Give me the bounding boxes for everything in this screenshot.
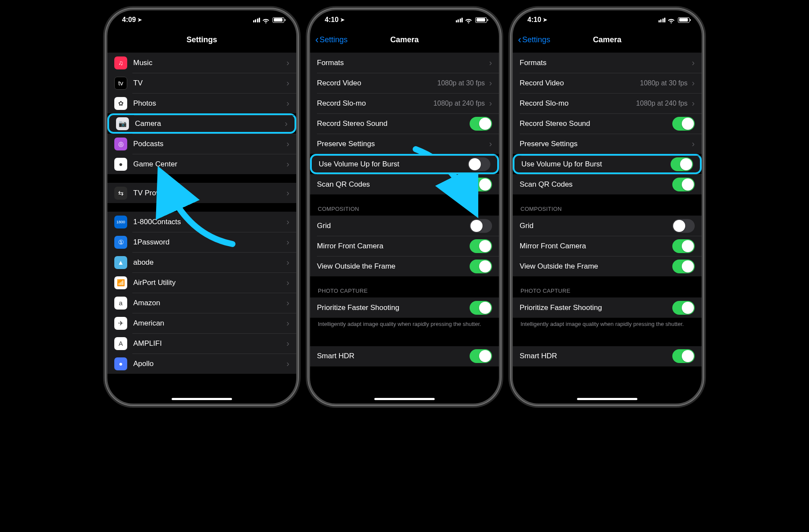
toggle-volburst[interactable] — [468, 157, 490, 171]
row-list: GridMirror Front CameraView Outside the … — [513, 216, 702, 276]
row-preserve[interactable]: Preserve Settings› — [310, 134, 499, 154]
row-music[interactable]: ♫Music› — [107, 53, 296, 73]
toggle-volburst[interactable] — [671, 157, 693, 171]
row-photos[interactable]: ✿Photos› — [107, 93, 296, 113]
toggle-mirror[interactable] — [672, 239, 695, 253]
row-label: Amazon — [133, 299, 286, 307]
row-mirror[interactable]: Mirror Front Camera — [310, 236, 499, 256]
row-list: Prioritize Faster Shooting — [513, 297, 702, 318]
row-label: Smart HDR — [317, 352, 470, 360]
settings-group: COMPOSITIONGridMirror Front CameraView O… — [310, 203, 499, 276]
row-camera[interactable]: 📷Camera› — [107, 113, 296, 134]
toggle-smarthdr[interactable] — [470, 349, 492, 363]
row-mirror[interactable]: Mirror Front Camera — [513, 236, 702, 256]
row-1password[interactable]: ①1Password› — [107, 232, 296, 252]
chevron-right-icon: › — [286, 237, 289, 247]
row-recvideo[interactable]: Record Video1080p at 30 fps› — [310, 73, 499, 93]
row-tvprovider[interactable]: ⇆TV Provider› — [107, 183, 296, 203]
home-indicator — [577, 398, 637, 400]
row-outside[interactable]: View Outside the Frame — [513, 256, 702, 276]
row-label: Formats — [317, 59, 489, 67]
row-airport[interactable]: 📶AirPort Utility› — [107, 272, 296, 293]
row-grid[interactable]: Grid — [513, 216, 702, 236]
row-gamecenter[interactable]: ●Game Center› — [107, 154, 296, 174]
status-icons — [456, 17, 487, 23]
toggle-stereo[interactable] — [672, 117, 695, 131]
home-indicator — [374, 398, 435, 400]
signal-icon — [253, 18, 260, 22]
row-label: Camera — [135, 119, 285, 128]
row-label: Smart HDR — [520, 352, 672, 360]
content[interactable]: Formats›Record Video1080p at 30 fps›Reco… — [513, 50, 702, 404]
music-icon: ♫ — [114, 56, 127, 69]
chevron-right-icon: › — [692, 78, 695, 88]
row-label: TV Provider — [133, 189, 286, 197]
row-faster[interactable]: Prioritize Faster Shooting — [310, 297, 499, 318]
row-volburst[interactable]: Use Volume Up for Burst — [513, 154, 702, 174]
toggle-qr[interactable] — [470, 178, 492, 191]
row-stereo[interactable]: Record Stereo Sound — [513, 113, 702, 134]
toggle-faster[interactable] — [470, 301, 492, 315]
row-formats[interactable]: Formats› — [310, 53, 499, 73]
row-grid[interactable]: Grid — [310, 216, 499, 236]
chevron-right-icon: › — [286, 338, 289, 348]
toggle-grid[interactable] — [672, 219, 695, 233]
row-label: Preserve Settings — [317, 140, 489, 148]
row-label: Music — [133, 59, 286, 67]
row-preserve[interactable]: Preserve Settings› — [513, 134, 702, 154]
toggle-grid[interactable] — [470, 219, 492, 233]
row-stereo[interactable]: Record Stereo Sound — [310, 113, 499, 134]
group-header: PHOTO CAPTURE — [513, 285, 702, 297]
content[interactable]: Formats›Record Video1080p at 30 fps›Reco… — [310, 50, 499, 404]
group-header: COMPOSITION — [310, 203, 499, 216]
row-list: Formats›Record Video1080p at 30 fps›Reco… — [310, 53, 499, 194]
abode-icon: ▲ — [114, 256, 127, 269]
row-smarthdr[interactable]: Smart HDR — [513, 346, 702, 366]
row-recslomo[interactable]: Record Slo-mo1080p at 240 fps› — [513, 93, 702, 113]
chevron-right-icon: › — [489, 58, 492, 68]
row-list: 18001-800Contacts›①1Password›▲abode›📶Air… — [107, 212, 296, 374]
row-qr[interactable]: Scan QR Codes — [310, 174, 499, 194]
row-abode[interactable]: ▲abode› — [107, 252, 296, 272]
row-label: Scan QR Codes — [520, 180, 672, 189]
row-amazon[interactable]: aAmazon› — [107, 293, 296, 313]
row-formats[interactable]: Formats› — [513, 53, 702, 73]
chevron-right-icon: › — [489, 78, 492, 88]
tvprovider-icon: ⇆ — [114, 187, 127, 200]
row-label: Record Stereo Sound — [317, 119, 470, 128]
toggle-outside[interactable] — [470, 260, 492, 273]
row-1800[interactable]: 18001-800Contacts› — [107, 212, 296, 232]
row-apollo[interactable]: ●Apollo› — [107, 354, 296, 374]
row-amplifi[interactable]: AAMPLIFI› — [107, 333, 296, 354]
status-icons — [253, 17, 285, 23]
page-title: Settings — [186, 35, 217, 44]
chevron-right-icon: › — [286, 98, 289, 108]
toggle-qr[interactable] — [672, 178, 695, 191]
row-faster[interactable]: Prioritize Faster Shooting — [513, 297, 702, 318]
row-tv[interactable]: tvTV› — [107, 73, 296, 93]
toggle-stereo[interactable] — [470, 117, 492, 131]
row-label: AMPLIFI — [133, 339, 286, 348]
row-label: Grid — [520, 222, 672, 230]
row-recvideo[interactable]: Record Video1080p at 30 fps› — [513, 73, 702, 93]
settings-group: ⇆TV Provider› — [107, 183, 296, 203]
row-recslomo[interactable]: Record Slo-mo1080p at 240 fps› — [310, 93, 499, 113]
row-label: Record Slo-mo — [520, 99, 636, 108]
row-volburst[interactable]: Use Volume Up for Burst — [310, 154, 499, 174]
row-label: Record Stereo Sound — [520, 119, 672, 128]
toggle-outside[interactable] — [672, 260, 695, 273]
toggle-smarthdr[interactable] — [672, 349, 695, 363]
row-outside[interactable]: View Outside the Frame — [310, 256, 499, 276]
nav-bar: Settings — [107, 29, 296, 50]
row-qr[interactable]: Scan QR Codes — [513, 174, 702, 194]
row-american[interactable]: ✈American› — [107, 313, 296, 333]
row-podcasts[interactable]: ◎Podcasts› — [107, 134, 296, 154]
row-smarthdr[interactable]: Smart HDR — [310, 346, 499, 366]
phone-1: 4:09➤Settings♫Music›tvTV›✿Photos›📷Camera… — [106, 9, 298, 405]
signal-icon — [658, 18, 666, 22]
content[interactable]: ♫Music›tvTV›✿Photos›📷Camera›◎Podcasts›●G… — [107, 50, 296, 404]
toggle-faster[interactable] — [672, 301, 695, 315]
toggle-mirror[interactable] — [470, 239, 492, 253]
back-button[interactable]: ‹Settings — [315, 34, 348, 45]
back-button[interactable]: ‹Settings — [518, 34, 550, 45]
